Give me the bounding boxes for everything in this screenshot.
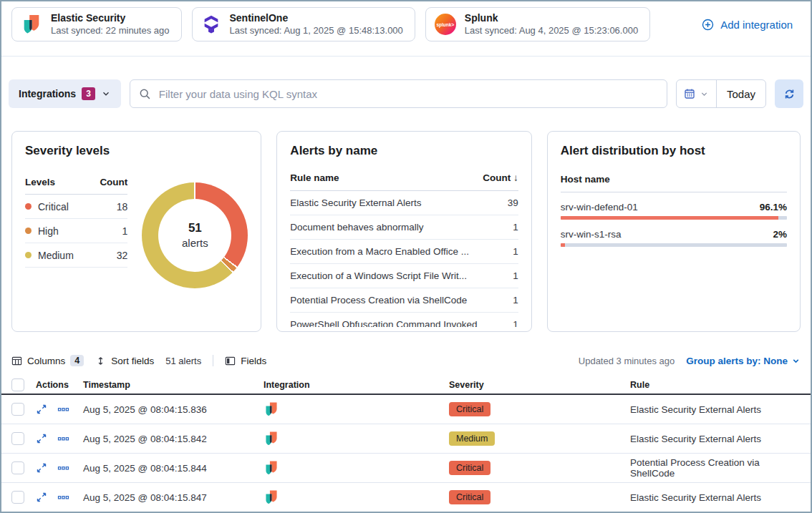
severity-level-count: 18: [117, 201, 128, 212]
row-checkbox[interactable]: [11, 432, 24, 445]
date-picker-button[interactable]: [677, 80, 717, 107]
col-rule-name: Rule name: [290, 172, 339, 183]
severity-badge-cell: Critical: [445, 461, 626, 475]
columns-button[interactable]: Columns 4: [11, 355, 84, 366]
integration-card-sentinelone[interactable]: SentinelOne Last synced: Aug 1, 2025 @ 1…: [192, 7, 415, 41]
expand-alert-icon[interactable]: [36, 462, 57, 474]
severity-level-label: Medium: [38, 250, 74, 261]
rule-name: Execution of a Windows Script File Writ.…: [290, 270, 467, 281]
host-row[interactable]: srv-win-s1-rsa 2%: [561, 229, 787, 247]
fields-button[interactable]: Fields: [225, 356, 266, 366]
alerts-by-name-row[interactable]: Potential Process Creation via ShellCode…: [290, 288, 518, 313]
row-checkbox[interactable]: [11, 461, 24, 474]
group-alerts-by-button[interactable]: Group alerts by: None: [686, 356, 801, 366]
add-integration-label: Add integration: [720, 19, 793, 31]
splunk-icon: splunk>: [435, 14, 456, 35]
severity-legend-row[interactable]: Critical 18: [25, 195, 127, 219]
host-bar-fill: [561, 243, 565, 247]
updated-timestamp: Updated 3 minutes ago: [579, 356, 675, 366]
chevron-down-icon: [700, 89, 709, 99]
alert-timestamp: Aug 5, 2025 @ 08:04:15.836: [83, 404, 264, 415]
alerts-by-name-row[interactable]: PowerShell Obfuscation Command Invoked 1: [290, 313, 518, 327]
legend-col-levels: Levels: [25, 177, 55, 187]
donut-center-label: 51 alerts: [142, 182, 248, 288]
severity-legend-row[interactable]: High 1: [25, 219, 127, 243]
elastic-security-icon: [264, 489, 445, 505]
col-count-sorted[interactable]: Count ↓: [483, 172, 518, 183]
expand-alert-icon[interactable]: [36, 433, 57, 444]
alerts-by-name-row[interactable]: Execution of a Windows Script File Writ.…: [290, 264, 518, 288]
alerts-by-name-row[interactable]: Execution from a Macro Enabled Office ..…: [290, 240, 518, 264]
alerts-by-name-panel: Alerts by name Rule name Count ↓ Elastic…: [276, 131, 531, 332]
rule-name: Elastic Security External Alerts: [290, 197, 421, 208]
row-checkbox[interactable]: [11, 403, 24, 416]
kql-search-input[interactable]: [158, 87, 658, 101]
severity-level-label: Critical: [38, 201, 69, 212]
more-actions-icon[interactable]: [57, 492, 83, 504]
severity-badge-cell: Medium: [445, 431, 626, 446]
chevron-down-icon: [101, 89, 111, 99]
rule-name: PowerShell Obfuscation Command Invoked: [290, 319, 477, 327]
donut-total-label: alerts: [182, 236, 208, 250]
integration-cards-bar: Elastic Security Last synced: 22 minutes…: [1, 1, 811, 41]
chevron-down-icon: [791, 356, 801, 366]
severity-badge-cell: Critical: [445, 490, 626, 504]
alert-count-label: 51 alerts: [165, 356, 201, 366]
expand-alert-icon[interactable]: [36, 492, 57, 503]
more-actions-icon[interactable]: [57, 462, 83, 474]
col-rule: Rule: [626, 380, 801, 390]
donut-total: 51: [188, 220, 202, 236]
expand-alert-icon[interactable]: [36, 404, 57, 415]
severity-donut-chart: 51 alerts: [142, 182, 248, 288]
integrations-filter-button[interactable]: Integrations 3: [9, 79, 121, 108]
search-icon: [139, 88, 151, 100]
filter-bar: Integrations 3 Today: [1, 79, 811, 108]
severity-badge: Critical: [449, 490, 490, 504]
alerts-by-name-row[interactable]: Document behaves abnormally 1: [290, 215, 518, 240]
alert-rule-name: Potential Process Creation via ShellCode: [626, 457, 801, 479]
severity-dot-icon: [25, 252, 32, 258]
legend-col-count: Count: [100, 177, 127, 187]
integration-card-elastic[interactable]: Elastic Security Last synced: 22 minutes…: [11, 7, 182, 41]
rule-count: 1: [513, 295, 518, 306]
host-percentage: 96.1%: [760, 202, 787, 212]
host-row[interactable]: srv-win-defend-01 96.1%: [561, 202, 787, 220]
host-name: srv-win-s1-rsa: [561, 229, 622, 240]
rule-count: 1: [513, 319, 518, 327]
sort-fields-button[interactable]: Sort fields: [95, 356, 154, 366]
alert-table-row: Aug 5, 2025 @ 08:04:15.836 Critical Elas…: [1, 395, 811, 424]
severity-level-count: 1: [122, 225, 128, 237]
integration-card-splunk[interactable]: splunk> Splunk Last synced: Aug 4, 2025 …: [425, 7, 650, 41]
alerts-by-name-list: Elastic Security External Alerts 39 Docu…: [290, 191, 518, 327]
kql-search-box[interactable]: [130, 79, 667, 108]
refresh-icon: [783, 88, 796, 100]
integration-last-synced: Last synced: Aug 1, 2025 @ 15:48:13.000: [230, 25, 403, 36]
date-picker-group: Today: [676, 79, 766, 108]
severity-badge: Critical: [449, 402, 490, 416]
date-quick-select-today[interactable]: Today: [717, 80, 765, 107]
panel-title: Alert distribution by host: [561, 144, 787, 158]
severity-dot-icon: [25, 203, 32, 210]
add-integration-button[interactable]: Add integration: [702, 19, 793, 31]
more-actions-icon[interactable]: [57, 433, 83, 445]
severity-legend-body: Critical 18 High 1 Medium 32: [25, 195, 127, 268]
row-checkbox[interactable]: [11, 491, 24, 504]
alert-timestamp: Aug 5, 2025 @ 08:04:15.844: [83, 463, 264, 474]
severity-legend-row[interactable]: Medium 32: [25, 243, 127, 268]
elastic-security-icon: [264, 460, 445, 476]
rule-count: 1: [513, 246, 518, 257]
integration-name: Elastic Security: [51, 12, 170, 25]
columns-count-badge: 4: [70, 355, 84, 366]
alerts-by-name-row[interactable]: Elastic Security External Alerts 39: [290, 191, 518, 215]
more-actions-icon[interactable]: [57, 404, 83, 416]
elastic-security-icon: [264, 431, 445, 446]
header-divider: [1, 56, 811, 57]
alert-table-row: Aug 5, 2025 @ 08:04:15.844 Critical Pote…: [1, 454, 811, 483]
severity-legend: Levels Count Critical 18 High 1 Medium 3…: [25, 177, 127, 268]
refresh-button[interactable]: [775, 79, 803, 108]
rule-count: 1: [513, 222, 518, 233]
integrations-count-badge: 3: [82, 87, 95, 100]
host-bar-track: [561, 243, 787, 247]
severity-badge: Medium: [449, 431, 495, 446]
select-all-checkbox[interactable]: [11, 378, 24, 391]
